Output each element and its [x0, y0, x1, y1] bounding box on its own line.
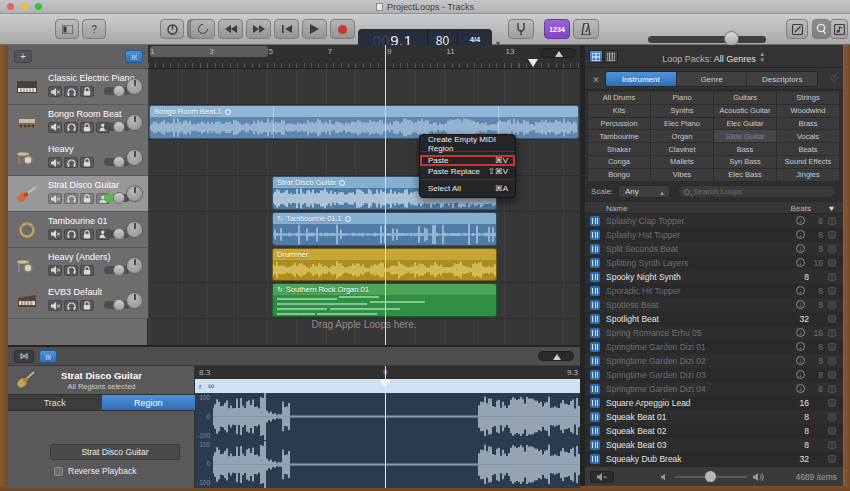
keyword-button[interactable]: Jingles: [777, 169, 840, 182]
search-field[interactable]: [678, 185, 836, 198]
playhead-marker[interactable]: [528, 59, 538, 67]
keyword-button[interactable]: Mallets: [651, 156, 714, 169]
arrangement-area[interactable]: Bongo Room Beat.1 Strat Disco Guitar ↻Ta…: [148, 69, 580, 345]
mute-button[interactable]: [48, 193, 62, 204]
keyword-button[interactable]: Vocals: [777, 130, 840, 143]
keyword-button[interactable]: Percussion: [588, 118, 651, 131]
loop-row[interactable]: Springtime Garden Dizi 01 ↓ 8: [585, 340, 843, 354]
library-button[interactable]: [55, 19, 79, 39]
cycle-button[interactable]: [190, 19, 215, 39]
loop-row[interactable]: Splashy Clap Topper ↓ 8: [585, 214, 843, 228]
keyword-button[interactable]: Organ: [651, 130, 714, 143]
favorite-checkbox[interactable]: [828, 441, 836, 449]
media-browser-button[interactable]: [830, 19, 848, 39]
master-volume-slider[interactable]: [648, 36, 766, 43]
keyword-button[interactable]: Elec Piano: [651, 118, 714, 131]
favorite-checkbox[interactable]: [828, 455, 836, 463]
loop-row[interactable]: Splashy Hat Topper ↓ 8: [585, 228, 843, 242]
lock-button[interactable]: [80, 193, 94, 204]
favorite-checkbox[interactable]: [828, 245, 836, 253]
keyword-button[interactable]: Clavinet: [651, 143, 714, 156]
keyword-button[interactable]: Guitars: [714, 92, 777, 105]
loop-row[interactable]: Springtime Garden Dizi 04 ↓ 8: [585, 382, 843, 396]
favorite-checkbox[interactable]: [828, 399, 836, 407]
preview-mute-button[interactable]: [590, 471, 614, 483]
loop-row[interactable]: Spotless Beat ↓ 8: [585, 298, 843, 312]
reverse-playback-checkbox[interactable]: [54, 467, 63, 476]
track-volume-knob[interactable]: [113, 299, 125, 311]
keyword-button[interactable]: Sound Effects: [777, 156, 840, 169]
loop-browser-button[interactable]: [812, 19, 830, 39]
context-menu-item[interactable]: Paste Replace ⇧⌘V: [420, 166, 515, 180]
count-in-button[interactable]: 1234: [544, 19, 570, 39]
lock-button[interactable]: [80, 122, 94, 133]
lock-button[interactable]: [80, 265, 94, 276]
keyword-button[interactable]: Beats: [777, 143, 840, 156]
favorite-checkbox[interactable]: [828, 217, 836, 225]
rewind-button[interactable]: [218, 19, 243, 39]
tab-genre[interactable]: Genre: [677, 72, 748, 86]
editor-catch-playhead-button[interactable]: ⟩|⟨: [39, 350, 57, 363]
tuner-button[interactable]: [508, 19, 534, 39]
track-row[interactable]: EVB3 Default: [8, 283, 148, 319]
horizontal-zoom-slider[interactable]: [540, 48, 576, 58]
keyword-button[interactable]: Bass: [714, 143, 777, 156]
favorite-checkbox[interactable]: [828, 343, 836, 351]
solo-button[interactable]: [64, 229, 78, 240]
loop-row[interactable]: Split Seconds Beat ↓ 8: [585, 242, 843, 256]
keyword-button[interactable]: Brass: [777, 118, 840, 131]
context-menu-item[interactable]: Create Empty MIDI Region: [420, 138, 515, 152]
favorites-heart-icon[interactable]: ♡: [830, 74, 838, 84]
keyword-button[interactable]: Vibes: [651, 169, 714, 182]
mute-button[interactable]: [48, 157, 62, 168]
loop-row[interactable]: Splitting Synth Layers ↓ 16: [585, 256, 843, 270]
loop-row[interactable]: Squeaky Dub Break 32: [585, 452, 843, 466]
keyword-button[interactable]: Piano: [651, 92, 714, 105]
keyword-button[interactable]: Shaker: [588, 143, 651, 156]
solo-button[interactable]: [64, 265, 78, 276]
favorite-checkbox[interactable]: [828, 287, 836, 295]
keyword-button[interactable]: Synths: [651, 105, 714, 118]
add-track-button[interactable]: +: [14, 50, 32, 63]
solo-button[interactable]: [64, 122, 78, 133]
lock-button[interactable]: [80, 229, 94, 240]
editor-mode-button[interactable]: ⋈: [14, 350, 34, 363]
track-volume-knob[interactable]: [113, 156, 125, 168]
loop-row[interactable]: Springtime Garden Dizi 03 ↓ 8: [585, 368, 843, 382]
fast-forward-button[interactable]: [246, 19, 271, 39]
track-pan-knob[interactable]: [126, 114, 143, 131]
column-name[interactable]: Name: [606, 204, 627, 213]
loop-row[interactable]: Squeak Beat 01 8: [585, 410, 843, 424]
favorite-checkbox[interactable]: [828, 273, 836, 281]
metronome-button[interactable]: [573, 19, 599, 39]
track-pan-knob[interactable]: [126, 78, 143, 95]
tab-descriptors[interactable]: Descriptors: [747, 72, 817, 86]
track-volume-knob[interactable]: [113, 121, 125, 133]
track-pan-knob[interactable]: [126, 221, 143, 238]
preview-volume-knob[interactable]: [705, 471, 716, 482]
editor-zoom-slider[interactable]: [538, 351, 574, 361]
loop-row[interactable]: Springtime Garden Dizi 02 ↓ 8: [585, 354, 843, 368]
favorite-checkbox[interactable]: [828, 329, 836, 337]
keyword-button[interactable]: Bongo: [588, 169, 651, 182]
track-row[interactable]: Bongo Room Beat: [8, 105, 148, 141]
loop-row[interactable]: Sporadic Hit Topper ↓ 8: [585, 284, 843, 298]
favorite-checkbox[interactable]: [828, 259, 836, 267]
record-button[interactable]: [330, 19, 355, 39]
solo-button[interactable]: [64, 193, 78, 204]
loop-row[interactable]: Spotlight Beat 32: [585, 312, 843, 326]
keyword-button[interactable]: Kits: [588, 105, 651, 118]
favorite-checkbox[interactable]: [828, 427, 836, 435]
favorite-checkbox[interactable]: [828, 301, 836, 309]
keyword-button[interactable]: All Drums: [588, 92, 651, 105]
track-row[interactable]: Heavy: [8, 140, 148, 176]
context-menu-item[interactable]: Paste ⌘V: [420, 155, 515, 166]
track-row[interactable]: Heavy (Anders): [8, 248, 148, 284]
keyword-button[interactable]: Elec Bass: [714, 169, 777, 182]
loop-row[interactable]: Squeak Beat 02 8: [585, 424, 843, 438]
column-beats[interactable]: Beats: [791, 204, 811, 213]
play-button[interactable]: [302, 19, 327, 39]
track-volume-knob[interactable]: [113, 228, 125, 240]
lock-button[interactable]: [80, 300, 94, 311]
track-row[interactable]: Tambourine 01: [8, 212, 148, 248]
